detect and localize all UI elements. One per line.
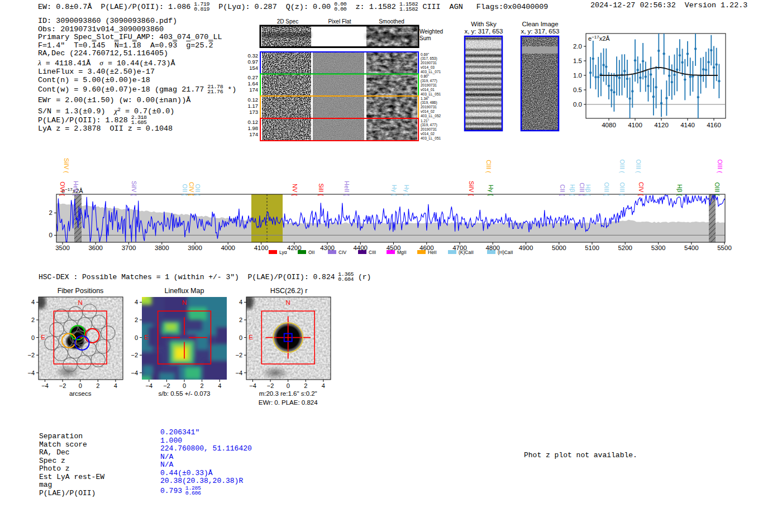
svg-text:NV {: NV { bbox=[292, 184, 298, 196]
svg-text:3900: 3900 bbox=[188, 245, 202, 251]
svg-text:v014_01: v014_01 bbox=[421, 88, 435, 92]
svg-text:20190731: 20190731 bbox=[421, 61, 437, 65]
svg-text:173: 173 bbox=[249, 109, 258, 115]
svg-text:Lineflux Map: Lineflux Map bbox=[165, 287, 204, 295]
svg-text:2: 2 bbox=[31, 317, 35, 323]
svg-text:N: N bbox=[182, 299, 187, 306]
svg-text:154: 154 bbox=[249, 65, 258, 71]
svg-text:−4: −4 bbox=[235, 370, 242, 376]
svg-text:4100: 4100 bbox=[254, 245, 269, 251]
svg-text:2: 2 bbox=[201, 382, 204, 389]
svg-text:0.12: 0.12 bbox=[248, 97, 259, 103]
svg-text:174: 174 bbox=[249, 131, 258, 137]
svg-text:4000: 4000 bbox=[221, 245, 235, 251]
svg-text:1.98: 1.98 bbox=[248, 125, 259, 131]
svg-text:v014_03: v014_03 bbox=[421, 65, 435, 70]
svg-text:HeII: HeII bbox=[428, 250, 437, 255]
svg-text:4080: 4080 bbox=[602, 122, 616, 128]
svg-text:0: 0 bbox=[183, 382, 186, 389]
svg-text:2.0: 2.0 bbox=[573, 43, 582, 50]
svg-text:0.69": 0.69" bbox=[421, 52, 430, 56]
svg-text:0: 0 bbox=[135, 334, 138, 341]
svg-text:EWr: 0. PLAE: 0.824: EWr: 0. PLAE: 0.824 bbox=[259, 399, 318, 406]
svg-text:4300: 4300 bbox=[320, 245, 335, 251]
svg-text:1.17: 1.17 bbox=[248, 103, 259, 109]
svg-text:−2: −2 bbox=[267, 382, 274, 389]
svg-text:E: E bbox=[41, 334, 45, 341]
svg-text:x, y: 317, 653: x, y: 317, 653 bbox=[521, 28, 559, 35]
svg-text:OII: OII bbox=[308, 250, 314, 255]
svg-text:MgII: MgII bbox=[397, 250, 407, 255]
svg-text:−2: −2 bbox=[131, 352, 138, 358]
svg-text:1.64: 1.64 bbox=[248, 80, 259, 87]
svg-text:N: N bbox=[286, 299, 290, 306]
svg-text:4: 4 bbox=[218, 382, 221, 389]
svg-text:4: 4 bbox=[239, 299, 242, 305]
svg-text:OII {: OII { bbox=[194, 184, 201, 196]
svg-text:4100: 4100 bbox=[628, 122, 642, 128]
svg-text:OII {: OII { bbox=[182, 184, 188, 196]
svg-text:20190731: 20190731 bbox=[421, 83, 437, 87]
svg-text:Sum: Sum bbox=[419, 35, 431, 41]
svg-text:With Sky: With Sky bbox=[471, 21, 497, 27]
svg-text:OIII {: OIII { bbox=[603, 183, 610, 196]
svg-text:1.21": 1.21" bbox=[421, 119, 430, 123]
svg-text:2: 2 bbox=[135, 317, 138, 323]
svg-text:(317, 653): (317, 653) bbox=[421, 56, 437, 61]
svg-text:5300: 5300 bbox=[651, 245, 666, 251]
svg-text:SiIV {: SiIV { bbox=[468, 181, 475, 196]
svg-text:1.5: 1.5 bbox=[573, 57, 582, 64]
svg-text:0: 0 bbox=[239, 334, 242, 341]
svg-text:−4: −4 bbox=[131, 370, 138, 376]
svg-text:Clean Image: Clean Image bbox=[522, 21, 558, 27]
svg-text:4900: 4900 bbox=[519, 245, 533, 251]
svg-text:Hγ {: Hγ { bbox=[403, 185, 410, 196]
svg-text:5000: 5000 bbox=[552, 245, 566, 251]
svg-text:Hβ {: Hβ { bbox=[569, 184, 576, 196]
svg-text:403_LL_052: 403_LL_052 bbox=[421, 114, 441, 118]
svg-text:5400: 5400 bbox=[684, 245, 699, 251]
svg-text:5200: 5200 bbox=[618, 245, 632, 251]
svg-text:−2: −2 bbox=[163, 382, 170, 389]
svg-text:2: 2 bbox=[304, 382, 307, 389]
svg-text:OVI {: OVI { bbox=[59, 181, 66, 196]
svg-text:N: N bbox=[78, 299, 83, 306]
svg-text:−2: −2 bbox=[235, 352, 242, 358]
svg-text:2: 2 bbox=[96, 382, 99, 389]
svg-text:20190731: 20190731 bbox=[421, 127, 437, 131]
svg-text:5100: 5100 bbox=[585, 245, 599, 251]
svg-text:m:20.3 re:1.6" s:0.2": m:20.3 re:1.6" s:0.2" bbox=[259, 390, 317, 397]
svg-text:OIII {: OIII { bbox=[714, 183, 721, 196]
svg-text:0.97: 0.97 bbox=[248, 59, 259, 65]
svg-text:3600: 3600 bbox=[88, 245, 103, 251]
svg-text:403_LL_051: 403_LL_051 bbox=[421, 92, 441, 97]
svg-text:0.32: 0.32 bbox=[248, 52, 259, 59]
svg-text:4140: 4140 bbox=[680, 122, 695, 128]
svg-text:403_LL_071: 403_LL_071 bbox=[421, 70, 441, 74]
svg-text:SiII {: SiII { bbox=[318, 183, 325, 196]
svg-text:Weighted: Weighted bbox=[419, 28, 443, 35]
svg-text:(H)CaII: (H)CaII bbox=[498, 250, 513, 255]
svg-text:E: E bbox=[249, 334, 253, 341]
svg-text:−2: −2 bbox=[27, 352, 35, 358]
svg-text:(319, 477): (319, 477) bbox=[421, 79, 437, 83]
svg-text:4200: 4200 bbox=[287, 245, 302, 251]
svg-text:arcsecs: arcsecs bbox=[69, 390, 92, 397]
svg-text:+: + bbox=[79, 334, 83, 342]
svg-text:OIII (: OIII ( bbox=[717, 160, 723, 174]
svg-text:(319, 486): (319, 486) bbox=[421, 100, 437, 105]
svg-text:E: E bbox=[144, 334, 149, 341]
svg-text:−4: −4 bbox=[146, 382, 153, 389]
svg-text:0: 0 bbox=[287, 382, 290, 389]
svg-text:Hγ {: Hγ { bbox=[391, 185, 398, 196]
svg-text:SiIV {: SiIV { bbox=[131, 181, 137, 196]
svg-text:SiIV (: SiIV ( bbox=[63, 158, 70, 173]
svg-text:0.80": 0.80" bbox=[421, 74, 430, 78]
svg-text:v014_02: v014_02 bbox=[421, 109, 435, 114]
svg-text:2: 2 bbox=[49, 209, 53, 216]
svg-text:4: 4 bbox=[322, 382, 325, 389]
svg-text:Hβ {: Hβ { bbox=[676, 184, 683, 196]
svg-text:HSC(26.2) r: HSC(26.2) r bbox=[270, 287, 308, 295]
svg-text:e−17x2Å: e−17x2Å bbox=[588, 35, 610, 42]
svg-text:4400: 4400 bbox=[353, 245, 368, 251]
